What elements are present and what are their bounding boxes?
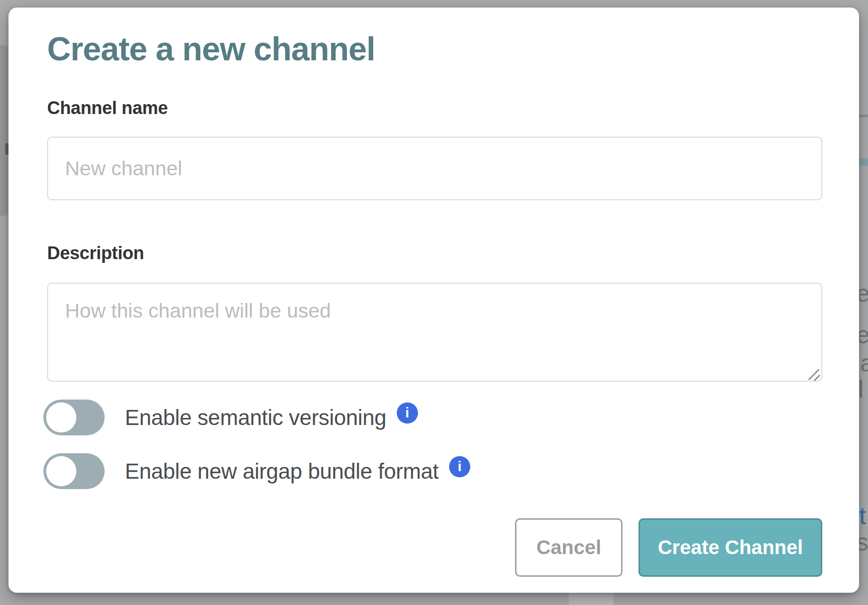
create-channel-modal: Create a new channel Channel name Descri… — [8, 8, 859, 593]
modal-title: Create a new channel — [47, 30, 375, 68]
channel-name-label: Channel name — [47, 98, 168, 118]
semantic-versioning-row: Enable semantic versioning i — [43, 400, 418, 435]
airgap-bundle-row: Enable new airgap bundle format i — [43, 453, 470, 489]
info-icon[interactable]: i — [449, 456, 470, 477]
airgap-bundle-label: Enable new airgap bundle format — [125, 458, 439, 484]
background-divider-line — [859, 114, 868, 117]
description-label: Description — [47, 243, 144, 263]
airgap-bundle-toggle[interactable] — [43, 453, 105, 489]
background-panel-edge — [569, 593, 614, 605]
background-panel-edge — [0, 45, 8, 216]
semantic-versioning-toggle[interactable] — [43, 400, 105, 435]
cancel-button[interactable]: Cancel — [515, 518, 622, 577]
channel-name-input[interactable] — [47, 137, 822, 200]
create-channel-button[interactable]: Create Channel — [639, 518, 822, 577]
toggle-knob — [46, 402, 76, 433]
toggle-knob — [46, 456, 76, 486]
textarea-resize-handle-icon[interactable] — [807, 368, 821, 382]
info-icon[interactable]: i — [397, 402, 418, 424]
description-textarea[interactable] — [47, 283, 822, 382]
semantic-versioning-label: Enable semantic versioning — [125, 405, 386, 430]
background-accent-line — [859, 158, 868, 166]
